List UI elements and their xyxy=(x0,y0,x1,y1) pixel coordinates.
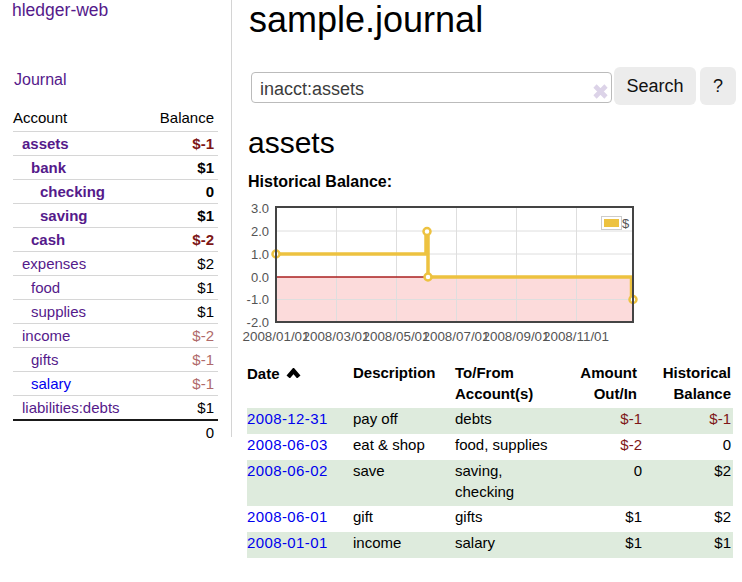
svg-text:2008/07/01: 2008/07/01 xyxy=(422,329,489,344)
svg-text:1.0: 1.0 xyxy=(251,247,269,262)
svg-text:3.0: 3.0 xyxy=(251,201,269,216)
svg-text:2008/09/01: 2008/09/01 xyxy=(482,329,549,344)
svg-text:-1.0: -1.0 xyxy=(247,292,269,307)
svg-text:2008/11/01: 2008/11/01 xyxy=(543,329,609,344)
svg-text:2008/03/01: 2008/03/01 xyxy=(302,329,369,344)
svg-text:-2.0: -2.0 xyxy=(247,315,269,330)
svg-text:$: $ xyxy=(622,216,630,231)
svg-text:2008/05/01: 2008/05/01 xyxy=(362,329,429,344)
svg-text:0.0: 0.0 xyxy=(251,270,269,285)
svg-text:2.0: 2.0 xyxy=(251,224,269,239)
svg-text:2008/01/01: 2008/01/01 xyxy=(242,329,309,344)
